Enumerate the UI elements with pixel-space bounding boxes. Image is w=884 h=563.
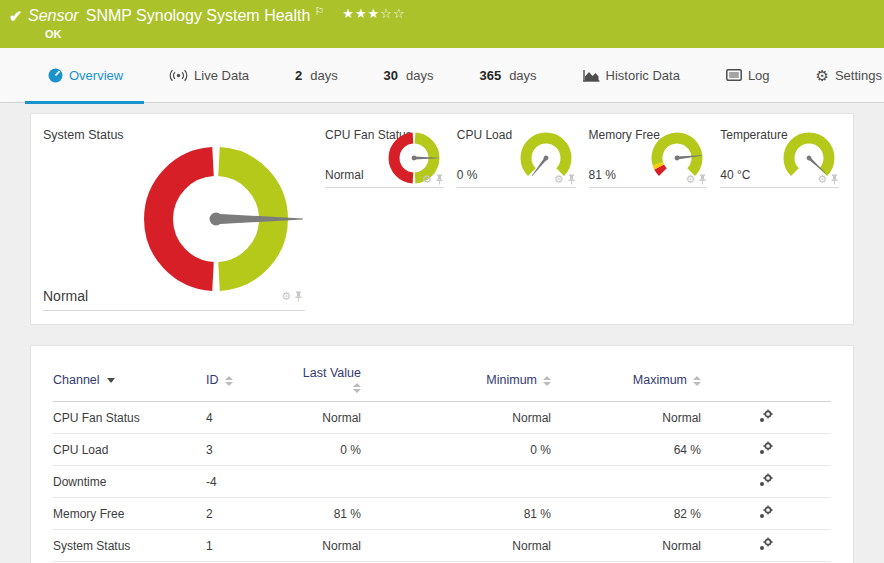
tab-overview-label: Overview [69,68,123,83]
table-row[interactable]: Memory Free 2 81 % 81 % 82 % [53,498,831,530]
tab-30-days-number: 30 [384,68,398,83]
gauge-needle [210,213,304,226]
channel-maximum [551,466,701,498]
channel-name: CPU Fan Status [53,402,206,434]
gauge-value: Normal [43,288,88,304]
system-status-gauge-chart [141,144,316,294]
gauge-cpu-fan-status[interactable]: CPU Fan Status Normal ⚙ [325,128,444,188]
channel-maximum: Normal [551,530,701,562]
gauge-gear-icon[interactable]: ⚙ [685,174,695,185]
channel-minimum: Normal [361,530,551,562]
channel-name: System Status [53,530,206,562]
status-ok-check-icon: ✔ [9,7,22,26]
column-header-channel[interactable]: Channel [53,358,206,402]
sort-icon [225,376,233,386]
gauge-value: 40 °C [720,168,750,182]
tab-overview[interactable]: Overview [48,48,123,103]
channel-settings-icon[interactable] [759,409,773,426]
tab-365-days-number: 365 [479,68,501,83]
gauge-system-status[interactable]: System Status Normal ⚙ [43,126,305,311]
column-header-maximum[interactable]: Maximum [551,358,701,402]
gauge-gear-icon[interactable]: ⚙ [422,174,432,185]
pin-icon[interactable] [698,174,707,185]
column-header-id[interactable]: ID [206,358,291,402]
channel-name: CPU Load [53,434,206,466]
tab-log-label: Log [748,68,770,83]
tab-settings[interactable]: ⚙ Settings [816,48,882,103]
table-header-row: Channel ID Last Value Minimum Maximum [53,358,831,402]
tab-30-days[interactable]: 30 days [384,48,434,103]
channel-minimum: 81 % [361,498,551,530]
area-chart-icon [583,69,600,82]
gauge-gear-icon[interactable]: ⚙ [281,291,291,302]
column-header-minimum[interactable]: Minimum [361,358,551,402]
table-row[interactable]: System Status 1 Normal Normal Normal [53,530,831,562]
channel-id: 4 [206,402,291,434]
tab-2-days-word: days [310,68,337,83]
channel-last-value: Normal [291,402,361,434]
pin-icon[interactable] [567,174,576,185]
channel-minimum [361,466,551,498]
tab-365-days-word: days [509,68,536,83]
table-row[interactable]: Downtime -4 [53,466,831,498]
log-list-icon [726,69,742,81]
tab-settings-label: Settings [835,68,882,83]
table-row[interactable]: CPU Fan Status 4 Normal Normal Normal [53,402,831,434]
tab-historic-data[interactable]: Historic Data [583,48,680,103]
gauge-value: 81 % [589,168,616,182]
tab-live-data-label: Live Data [194,68,249,83]
gauge-value: 0 % [457,168,478,182]
sort-desc-icon [107,378,115,383]
gauge-gear-icon[interactable]: ⚙ [817,174,827,185]
channel-id: -4 [206,466,291,498]
channel-maximum: Normal [551,402,701,434]
gauge-title: CPU Load [457,128,512,142]
channel-last-value: 0 % [291,434,361,466]
channel-last-value [291,466,361,498]
gauge-gear-icon[interactable]: ⚙ [554,174,564,185]
channel-settings-icon[interactable] [759,537,773,554]
tab-bar: Overview Live Data 2 days 30 days 365 da… [0,48,884,103]
priority-stars[interactable]: ★★★☆☆ [342,6,405,21]
priority-flag-icon[interactable]: ⚐ [314,5,324,18]
pin-icon[interactable] [435,174,444,185]
channel-settings-icon[interactable] [759,473,773,490]
gauge-value: Normal [325,168,364,182]
gauge-temperature[interactable]: Temperature 40 °C ⚙ [720,128,839,188]
channel-last-value: Normal [291,530,361,562]
status-badge: OK [45,28,62,40]
tab-historic-data-label: Historic Data [606,68,680,83]
sort-icon [543,376,551,386]
pin-icon[interactable] [294,291,303,302]
channel-last-value: 81 % [291,498,361,530]
gauge-cpu-load[interactable]: CPU Load 0 % ⚙ [457,128,576,188]
tab-30-days-word: days [406,68,433,83]
channel-maximum: 82 % [551,498,701,530]
tab-365-days[interactable]: 365 days [479,48,536,103]
sensor-header: ✔ Sensor SNMP Synology System Health ⚐ ★… [0,0,884,48]
channel-settings-icon[interactable] [759,441,773,458]
table-row[interactable]: CPU Load 3 0 % 0 % 64 % [53,434,831,466]
channel-settings-icon[interactable] [759,505,773,522]
tab-live-data[interactable]: Live Data [169,48,249,103]
channels-panel: Channel ID Last Value Minimum Maximum [30,345,854,563]
channel-id: 3 [206,434,291,466]
channel-maximum: 64 % [551,434,701,466]
column-header-last-value[interactable]: Last Value [291,358,361,402]
channel-minimum: Normal [361,402,551,434]
column-header-actions [701,358,831,402]
channel-id: 2 [206,498,291,530]
tab-log[interactable]: Log [726,48,770,103]
channel-id: 1 [206,530,291,562]
channel-name: Memory Free [53,498,206,530]
channel-minimum: 0 % [361,434,551,466]
object-kind-label: Sensor [28,7,79,25]
gauge-title: Temperature [720,128,787,142]
sort-icon [353,383,361,393]
tab-2-days[interactable]: 2 days [295,48,338,103]
gauge-memory-free[interactable]: Memory Free 81 % ⚙ [589,128,708,188]
gear-icon: ⚙ [816,68,829,83]
small-gauges-row: CPU Fan Status Normal ⚙ CPU Load [325,128,839,324]
live-data-icon [169,69,188,82]
pin-icon[interactable] [830,174,839,185]
